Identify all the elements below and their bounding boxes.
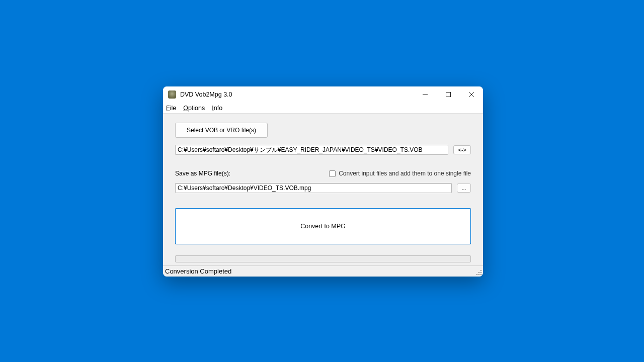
- status-text: Conversion Completed: [165, 267, 231, 275]
- menu-file-label: ile: [170, 105, 177, 112]
- svg-rect-1: [446, 93, 451, 97]
- menu-info[interactable]: Info: [212, 105, 222, 112]
- convert-button[interactable]: Convert to MPG: [175, 208, 471, 244]
- body: Select VOB or VRO file(s) <-> Save as MP…: [163, 114, 483, 265]
- input-path-field[interactable]: [175, 145, 448, 155]
- close-icon: [469, 92, 474, 97]
- resize-grip-icon[interactable]: [476, 269, 482, 276]
- minimize-button[interactable]: [414, 86, 437, 103]
- app-icon: [168, 90, 176, 99]
- maximize-icon: [446, 92, 451, 97]
- menu-options[interactable]: Options: [183, 105, 205, 112]
- menu-options-label: ptions: [188, 105, 205, 112]
- titlebar[interactable]: DVD Vob2Mpg 3.0: [163, 86, 483, 103]
- input-path-row: <->: [175, 145, 471, 155]
- menubar: File Options Info: [163, 103, 483, 114]
- menu-file[interactable]: File: [166, 105, 176, 112]
- merge-checkbox-wrap[interactable]: Convert input files and add them to one …: [329, 170, 471, 177]
- save-label-row: Save as MPG file(s): Convert input files…: [175, 170, 471, 177]
- window-title: DVD Vob2Mpg 3.0: [180, 91, 232, 98]
- window-controls: [414, 86, 483, 103]
- progress-bar: [175, 255, 471, 262]
- browse-output-button[interactable]: ...: [457, 184, 471, 193]
- menu-info-label: nfo: [214, 105, 222, 112]
- output-path-row: ...: [175, 183, 471, 193]
- minimize-icon: [423, 92, 428, 97]
- app-window: DVD Vob2Mpg 3.0 File Options Info Select…: [163, 86, 483, 277]
- close-button[interactable]: [460, 86, 483, 103]
- merge-checkbox-label: Convert input files and add them to one …: [339, 170, 471, 177]
- select-vob-button[interactable]: Select VOB or VRO file(s): [175, 123, 268, 138]
- merge-checkbox[interactable]: [329, 170, 336, 177]
- maximize-button[interactable]: [437, 86, 460, 103]
- save-as-label: Save as MPG file(s):: [175, 170, 230, 177]
- swap-button[interactable]: <->: [453, 145, 471, 154]
- statusbar: Conversion Completed: [163, 265, 483, 277]
- output-path-field[interactable]: [175, 183, 452, 193]
